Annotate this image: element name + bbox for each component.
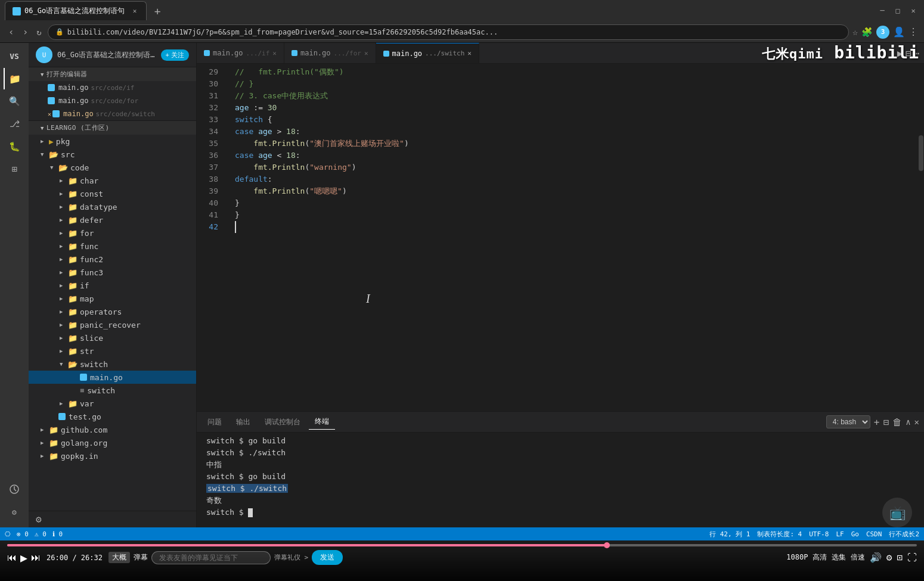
back-btn[interactable]: ‹ bbox=[6, 25, 17, 39]
tree-item-func[interactable]: ▶ 📁 func bbox=[29, 240, 196, 253]
activity-extensions[interactable]: ⊞ bbox=[4, 159, 25, 180]
tree-item-switch-file[interactable]: ≡ switch bbox=[29, 384, 196, 397]
tree-item-github[interactable]: ▶ 📁 github.com bbox=[29, 423, 196, 436]
volume-icon[interactable]: 🔊 bbox=[870, 552, 882, 563]
tree-item-map[interactable]: ▶ 📁 map bbox=[29, 292, 196, 305]
tree-item-defer[interactable]: ▶ 📁 defer bbox=[29, 213, 196, 226]
play-prev-icon[interactable]: ⏮ bbox=[7, 552, 17, 563]
code-content[interactable]: // fmt.Println("偶数") // } // 3. case中使用表… bbox=[225, 64, 918, 411]
close-icon-modified[interactable]: ✕ bbox=[48, 111, 51, 117]
errors-count[interactable]: ⊗ 0 bbox=[17, 530, 29, 538]
tree-item-pkg[interactable]: ▶ ▶ pkg bbox=[29, 135, 196, 148]
activity-explorer[interactable]: 📁 bbox=[4, 68, 25, 89]
play-btn[interactable]: ▶ bbox=[20, 551, 27, 565]
forward-btn[interactable]: › bbox=[20, 25, 31, 39]
open-file-for[interactable]: main.go src/code/for bbox=[29, 94, 196, 107]
quality-label[interactable]: 1080P 高清 bbox=[786, 552, 826, 563]
tab-size[interactable]: 制表符长度: 4 bbox=[757, 530, 802, 539]
activity-remote[interactable] bbox=[4, 479, 25, 500]
tree-item-operators[interactable]: ▶ 📁 operators bbox=[29, 305, 196, 318]
browser-tab-close[interactable]: ✕ bbox=[131, 7, 139, 15]
terminal-tab-terminal[interactable]: 终端 bbox=[309, 414, 335, 430]
settings-video-icon[interactable]: ⚙ bbox=[886, 552, 892, 563]
tree-item-panic[interactable]: ▶ 📁 panic_recover bbox=[29, 318, 196, 331]
tree-item-var[interactable]: ▶ 📁 var bbox=[29, 397, 196, 410]
tree-item-func3[interactable]: ▶ 📁 func3 bbox=[29, 266, 196, 279]
close-window-icon[interactable]: ✕ bbox=[907, 5, 919, 17]
send-btn[interactable]: 发送 bbox=[312, 550, 343, 565]
line-ending[interactable]: LF bbox=[836, 530, 844, 538]
tab-close-for[interactable]: ✕ bbox=[364, 49, 368, 57]
tab-if[interactable]: main.go .../if ✕ bbox=[197, 43, 284, 63]
tree-item-const[interactable]: ▶ 📁 const bbox=[29, 187, 196, 200]
maximize-icon[interactable]: □ bbox=[892, 5, 904, 17]
follow-btn[interactable]: + 关注 bbox=[161, 49, 189, 61]
warnings-count[interactable]: ⚠ 0 bbox=[35, 530, 46, 538]
tree-item-char[interactable]: ▶ 📁 char bbox=[29, 174, 196, 187]
danmu-etiquette[interactable]: 弹幕礼仪 > bbox=[274, 553, 308, 562]
tree-item-golang[interactable]: ▶ 📁 golang.org bbox=[29, 436, 196, 449]
danmu-toggle[interactable]: 弹幕 bbox=[134, 552, 148, 563]
language[interactable]: Go bbox=[851, 530, 859, 538]
speed-label[interactable]: 倍速 bbox=[851, 552, 865, 563]
remote-status[interactable]: ⎔ bbox=[5, 530, 11, 538]
tree-item-code[interactable]: ▼ 📂 code bbox=[29, 161, 196, 174]
episode-label[interactable]: 选集 bbox=[832, 552, 846, 563]
user-icon[interactable]: 👤 bbox=[893, 26, 905, 38]
tree-item-func2[interactable]: ▶ 📁 func2 bbox=[29, 253, 196, 266]
scrollbar-thumb[interactable] bbox=[919, 135, 923, 171]
play-next-icon[interactable]: ⏭ bbox=[31, 552, 41, 563]
tree-item-src[interactable]: ▼ 📂 src bbox=[29, 148, 196, 161]
shell-selector[interactable]: 4: bash bbox=[826, 415, 870, 428]
tree-item-gopkg[interactable]: ▶ 📁 gopkg.in bbox=[29, 449, 196, 462]
terminal-tab-output[interactable]: 输出 bbox=[230, 415, 256, 430]
tree-item-switch[interactable]: ▼ 📂 switch bbox=[29, 358, 196, 371]
fullscreen-icon[interactable]: ⛶ bbox=[907, 552, 917, 563]
chapter-label[interactable]: 大概 bbox=[108, 552, 130, 563]
address-input[interactable]: 🔒 bilibili.com/video/BV1ZJ411W7jG/?p=6&s… bbox=[48, 24, 849, 40]
open-editors-label[interactable]: ▼ 打开的编辑器 bbox=[29, 67, 196, 81]
tree-item-test-go[interactable]: test.go bbox=[29, 410, 196, 423]
scrollbar[interactable] bbox=[918, 64, 924, 411]
settings-row[interactable]: ⚙ bbox=[29, 511, 196, 527]
tab-switch[interactable]: main.go .../switch ✕ bbox=[376, 43, 479, 63]
activity-search[interactable]: 🔍 bbox=[4, 91, 25, 112]
split-terminal-icon[interactable]: ⊟ bbox=[883, 417, 889, 428]
reload-btn[interactable]: ↻ bbox=[34, 26, 44, 38]
minimize-icon[interactable]: ─ bbox=[876, 5, 888, 17]
progress-bar-container[interactable] bbox=[7, 544, 917, 546]
chevron-up-terminal[interactable]: ∧ bbox=[906, 417, 910, 427]
tree-item-datatype[interactable]: ▶ 📁 datatype bbox=[29, 200, 196, 213]
terminal-tab-problems[interactable]: 问题 bbox=[201, 415, 228, 430]
tree-item-for[interactable]: ▶ 📁 for bbox=[29, 226, 196, 240]
activity-debug[interactable]: 🐛 bbox=[4, 136, 25, 157]
new-tab-btn[interactable]: + bbox=[149, 2, 166, 19]
tree-item-main-go[interactable]: main.go bbox=[29, 371, 196, 384]
activity-settings[interactable]: ⚙ bbox=[4, 501, 25, 523]
pip-icon[interactable]: ⊡ bbox=[897, 552, 903, 563]
workspace-label[interactable]: ▼ LEARNGO (工作区) bbox=[29, 120, 196, 135]
tree-item-if[interactable]: ▶ 📁 if bbox=[29, 279, 196, 292]
delete-terminal-icon[interactable]: 🗑 bbox=[892, 417, 902, 428]
star-icon[interactable]: ☆ bbox=[852, 27, 858, 38]
danmu-input[interactable] bbox=[151, 551, 271, 564]
encoding[interactable]: UTF-8 bbox=[809, 530, 829, 538]
tab-close-if[interactable]: ✕ bbox=[272, 49, 277, 57]
menu-icon[interactable]: ⋮ bbox=[909, 26, 918, 38]
terminal-content[interactable]: switch $ go build switch $ ./switch 中指 s… bbox=[197, 433, 924, 527]
new-terminal-icon[interactable]: + bbox=[874, 417, 880, 428]
activity-git[interactable]: ⎇ bbox=[4, 113, 25, 135]
tab-for[interactable]: main.go .../for ✕ bbox=[284, 43, 376, 63]
tree-item-slice[interactable]: ▶ 📁 slice bbox=[29, 331, 196, 344]
close-terminal-icon[interactable]: ✕ bbox=[914, 417, 919, 427]
extensions-icon[interactable]: 🧩 bbox=[861, 27, 873, 38]
browser-tab-active[interactable]: 06_Go语言基础之流程控制语句 ✕ bbox=[5, 1, 147, 20]
info-count[interactable]: ℹ 0 bbox=[52, 530, 63, 538]
bilibili-tv-icon[interactable]: 📺 bbox=[882, 498, 912, 527]
cursor-position[interactable]: 行 42, 列 1 bbox=[709, 530, 750, 539]
open-file-switch[interactable]: ✕ main.go src/code/switch bbox=[29, 107, 196, 120]
open-file-if[interactable]: main.go src/code/if bbox=[29, 81, 196, 94]
tree-item-str[interactable]: ▶ 📁 str bbox=[29, 344, 196, 358]
terminal-tab-debug[interactable]: 调试控制台 bbox=[259, 415, 306, 430]
tab-close-switch[interactable]: ✕ bbox=[467, 49, 472, 57]
